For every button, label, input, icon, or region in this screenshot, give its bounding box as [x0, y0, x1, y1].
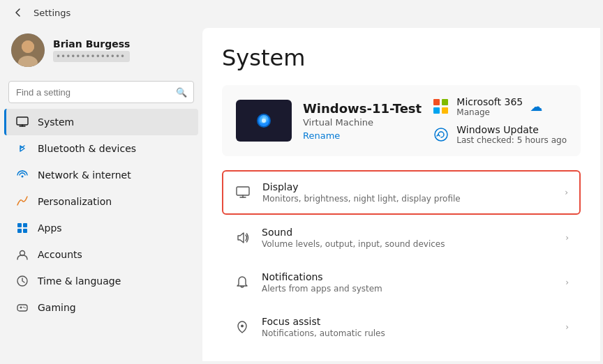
sidebar-item-system[interactable]: System: [4, 109, 198, 135]
back-button[interactable]: [8, 3, 28, 22]
svg-point-18: [24, 308, 26, 309]
pc-name: Windows-11-Test: [303, 101, 422, 116]
ms365-icon: [433, 98, 449, 115]
pc-info-card: Windows-11-Test Virtual Machine Rename: [222, 85, 581, 156]
content-area: System: [202, 28, 600, 361]
window-title: Settings: [34, 8, 70, 18]
sound-icon: [234, 229, 251, 246]
windows-update-action[interactable]: Windows Update Last checked: 5 hours ago: [433, 124, 567, 145]
sidebar-item-label-personalization: Personalization: [38, 196, 112, 207]
sidebar-item-label-bluetooth: Bluetooth & devices: [38, 143, 136, 154]
sound-arrow: ›: [565, 233, 569, 243]
pc-actions: Microsoft 365 Manage ☁ Windows U: [433, 96, 567, 145]
system-icon: [15, 115, 29, 129]
sidebar-item-label-gaming: Gaming: [38, 302, 76, 313]
focus-icon: [234, 319, 251, 335]
svg-point-22: [262, 119, 266, 123]
user-email: ••••••••••••••: [53, 51, 130, 62]
svg-point-3: [22, 40, 34, 53]
sidebar: Brian Burgess •••••••••••••• 🔍 System: [0, 25, 202, 364]
svg-rect-24: [237, 187, 249, 195]
notifications-icon: [234, 274, 251, 291]
settings-item-display[interactable]: Display Monitors, brightness, night ligh…: [222, 170, 581, 215]
sidebar-item-label-network: Network & internet: [38, 169, 131, 181]
sound-desc: Volume levels, output, input, sound devi…: [262, 239, 445, 249]
focus-text: Focus assist Notifications, automatic ru…: [262, 316, 385, 338]
ms365-label: Microsoft 365: [456, 96, 523, 107]
notifications-text: Notifications Alerts from apps and syste…: [262, 271, 382, 294]
page-title: System: [222, 45, 581, 71]
pc-thumbnail: [236, 100, 292, 142]
sidebar-item-label-time: Time & language: [38, 275, 121, 287]
sidebar-item-personalization[interactable]: Personalization: [4, 188, 198, 215]
notifications-desc: Alerts from apps and system: [262, 284, 382, 294]
svg-point-23: [435, 128, 447, 141]
svg-point-17: [23, 307, 24, 308]
svg-rect-9: [23, 223, 27, 227]
notifications-arrow: ›: [565, 278, 569, 287]
avatar: [11, 33, 45, 67]
sidebar-item-gaming[interactable]: Gaming: [4, 294, 198, 321]
display-text: Display Monitors, brightness, night ligh…: [262, 181, 461, 204]
sidebar-item-label-apps: Apps: [38, 222, 62, 234]
cloud-icon: ☁: [530, 99, 545, 114]
ms365-action[interactable]: Microsoft 365 Manage ☁: [433, 96, 567, 117]
windows-update-icon: [433, 126, 449, 143]
settings-list: Display Monitors, brightness, night ligh…: [222, 170, 581, 349]
bluetooth-icon: [15, 142, 29, 156]
personalization-icon: [15, 195, 29, 208]
display-desc: Monitors, brightness, night light, displ…: [262, 194, 461, 204]
wu-sub: Last checked: 5 hours ago: [456, 135, 567, 145]
sidebar-nav: System Bluetooth & devices: [0, 109, 202, 321]
sidebar-item-label-system: System: [38, 116, 74, 128]
sidebar-item-apps[interactable]: Apps: [4, 215, 198, 241]
display-title: Display: [262, 181, 461, 192]
network-icon: [15, 168, 29, 182]
search-container: 🔍: [0, 75, 202, 109]
svg-rect-10: [17, 229, 22, 233]
settings-item-focus[interactable]: Focus assist Notifications, automatic ru…: [222, 305, 581, 349]
user-profile[interactable]: Brian Burgess ••••••••••••••: [0, 25, 202, 75]
svg-rect-14: [17, 305, 27, 311]
focus-desc: Notifications, automatic rules: [262, 328, 385, 338]
svg-rect-4: [17, 117, 28, 125]
sidebar-item-network[interactable]: Network & internet: [4, 162, 198, 188]
time-icon: [15, 274, 29, 288]
sound-text: Sound Volume levels, output, input, soun…: [262, 227, 445, 249]
user-info: Brian Burgess ••••••••••••••: [53, 38, 130, 62]
search-icon: 🔍: [176, 87, 187, 98]
notifications-title: Notifications: [262, 271, 382, 282]
svg-rect-11: [23, 229, 27, 233]
apps-icon: [15, 221, 29, 235]
wu-label: Windows Update: [456, 124, 567, 135]
gaming-icon: [15, 301, 29, 314]
display-arrow: ›: [565, 188, 568, 197]
pc-type: Virtual Machine: [303, 117, 422, 128]
svg-rect-8: [17, 223, 22, 227]
title-bar: Settings: [0, 0, 603, 25]
main-layout: Brian Burgess •••••••••••••• 🔍 System: [0, 25, 603, 364]
sidebar-item-bluetooth[interactable]: Bluetooth & devices: [4, 135, 198, 162]
sound-title: Sound: [262, 227, 445, 238]
settings-item-notifications[interactable]: Notifications Alerts from apps and syste…: [222, 261, 581, 304]
svg-point-27: [241, 325, 244, 328]
ms365-sub: Manage: [456, 107, 523, 117]
svg-point-7: [22, 176, 24, 178]
focus-arrow: ›: [565, 322, 569, 332]
user-name: Brian Burgess: [53, 38, 130, 50]
pc-rename-button[interactable]: Rename: [303, 130, 340, 141]
settings-item-sound[interactable]: Sound Volume levels, output, input, soun…: [222, 216, 581, 259]
focus-title: Focus assist: [262, 316, 385, 327]
accounts-icon: [15, 248, 29, 261]
pc-info-text: Windows-11-Test Virtual Machine Rename: [303, 101, 422, 141]
sidebar-item-time[interactable]: Time & language: [4, 268, 198, 294]
search-input[interactable]: [8, 81, 194, 103]
sidebar-item-accounts[interactable]: Accounts: [4, 241, 198, 268]
display-icon: [234, 184, 251, 201]
sidebar-item-label-accounts: Accounts: [38, 249, 82, 260]
